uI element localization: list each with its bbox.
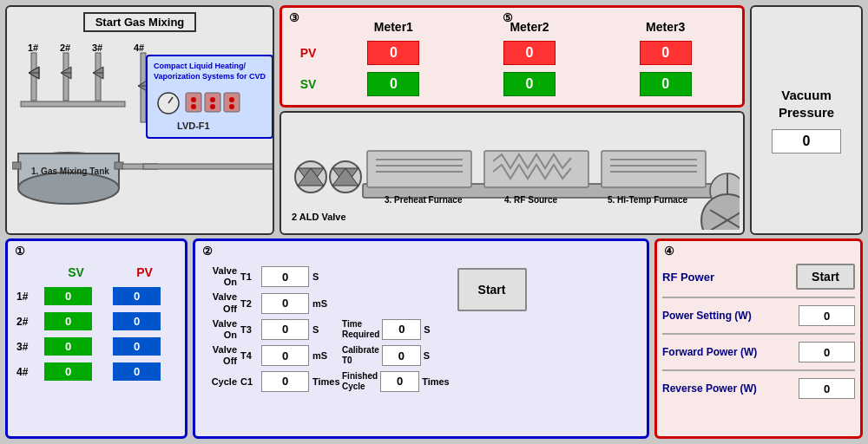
svg-point-38	[229, 104, 234, 109]
vacuum-panel: Vacuum Pressure	[750, 5, 863, 235]
c1-unit: Times	[312, 376, 339, 387]
meter1-header: Meter1	[326, 16, 462, 37]
finished-unit: Times	[422, 376, 450, 387]
timer-panel: ② ValveOn T1 S Start ValveOff T2 mS Valv…	[193, 238, 649, 439]
t3-input[interactable]	[261, 319, 309, 340]
channel-label-2: 2#	[15, 310, 41, 333]
gas-channel-table: SV PV 1# 0 0 2# 0 0 3# 0 0 4# 0 0	[13, 264, 180, 385]
sv-column-header: SV	[43, 265, 109, 283]
meter3-sv[interactable]: 0	[640, 72, 692, 96]
gas-channel-panel: ① SV PV 1# 0 0 2# 0 0 3# 0 0	[5, 238, 187, 439]
finished-label: FinishedCycle	[342, 371, 378, 392]
meters-section-badge2: ⑤	[503, 11, 513, 24]
gas-mixing-title: Start Gas Mixing	[83, 12, 197, 32]
channel-label-1: 1#	[15, 284, 41, 308]
gas-channel-row: 3# 0 0	[15, 335, 178, 358]
gas-channel-row: 2# 0 0	[15, 310, 178, 333]
forward-power-input[interactable]	[799, 342, 855, 362]
svg-rect-17	[12, 162, 21, 169]
meters-section-badge: ③	[289, 11, 299, 24]
reverse-power-label: Reverse Power (W)	[662, 382, 757, 395]
gas-mixing-panel: Start Gas Mixing 1# 2# 3#	[5, 5, 274, 235]
sv-label: SV	[291, 69, 326, 100]
rf-power-label: RF Power	[662, 271, 714, 284]
c1-input[interactable]	[261, 371, 309, 392]
valve-on-label-t1: ValveOn	[201, 265, 237, 288]
rf-start-button[interactable]: Start	[796, 264, 855, 290]
calibrate-input[interactable]	[382, 345, 421, 366]
svg-text:4. RF Source: 4. RF Source	[504, 195, 558, 205]
channel-2-pv[interactable]: 0	[113, 312, 161, 330]
timer-start-button[interactable]: Start	[457, 268, 527, 311]
vacuum-title: Vacuum Pressure	[757, 87, 856, 121]
t3-unit: S	[312, 324, 339, 335]
time-required-input[interactable]	[382, 319, 421, 340]
vacuum-value-input[interactable]	[772, 129, 841, 153]
svg-point-35	[229, 97, 234, 102]
t1-label: T1	[240, 271, 258, 282]
time-required-unit: S	[424, 324, 430, 335]
gas-channel-row: 4# 0 0	[15, 360, 178, 383]
valve-off-label-t4: ValveOff	[201, 344, 237, 367]
t1-unit: S	[312, 271, 339, 282]
channel-1-pv[interactable]: 0	[113, 287, 161, 305]
rf-section-badge: ④	[664, 245, 674, 258]
svg-text:4#: 4#	[134, 42, 144, 53]
gas-mixing-diagram: 1# 2# 3#	[12, 34, 274, 229]
svg-point-34	[210, 97, 215, 102]
svg-text:Vaporization Systems for CVD: Vaporization Systems for CVD	[154, 72, 266, 81]
t1-input[interactable]	[261, 266, 309, 287]
svg-rect-56	[602, 151, 706, 187]
time-required-label: TimeRequired	[342, 319, 379, 340]
meters-table: Meter1 Meter2 Meter3 PV 0 0 0	[291, 16, 733, 100]
meter3-pv[interactable]: 0	[640, 41, 692, 65]
valve-on-label-t3: ValveOn	[201, 318, 237, 341]
furnace-diagram-panel: 2 ALD Valve	[279, 111, 745, 235]
svg-text:LVD-F1: LVD-F1	[177, 121, 210, 131]
meter1-sv[interactable]: 0	[367, 72, 419, 96]
channel-3-sv[interactable]: 0	[44, 337, 92, 356]
meter2-header: Meter2	[462, 16, 598, 37]
valve-off-label-t2: ValveOff	[201, 291, 237, 314]
gas-channel-row: 1# 0 0	[15, 284, 178, 308]
channel-4-sv[interactable]: 0	[44, 362, 92, 381]
pv-column-header: PV	[111, 265, 178, 283]
furnace-diagram: 2 ALD Valve	[285, 116, 740, 230]
channel-label-3: 3#	[15, 335, 41, 358]
t4-label: T4	[240, 350, 258, 361]
calibrate-label: CalibrateT0	[342, 345, 379, 366]
svg-text:5. Hi-Temp Furnace: 5. Hi-Temp Furnace	[608, 195, 687, 205]
svg-text:1#: 1#	[28, 42, 38, 53]
finished-input[interactable]	[380, 371, 419, 392]
svg-text:2#: 2#	[60, 42, 70, 53]
t4-unit: mS	[312, 350, 339, 361]
meter3-header: Meter3	[597, 16, 733, 37]
svg-point-37	[210, 104, 215, 109]
svg-text:1. Gas Mixing Tank: 1. Gas Mixing Tank	[31, 166, 109, 176]
t2-unit: mS	[312, 298, 339, 309]
forward-power-label: Forward Power (W)	[662, 346, 757, 358]
t4-input[interactable]	[261, 345, 309, 366]
t3-label: T3	[240, 324, 258, 335]
svg-point-36	[191, 104, 196, 109]
gas-channel-section-badge: ①	[15, 245, 25, 258]
rf-power-panel: ④ RF Power Start Power Setting (W) Forwa…	[654, 238, 863, 439]
meter1-pv[interactable]: 0	[367, 41, 419, 65]
channel-4-pv[interactable]: 0	[113, 362, 161, 381]
meter2-sv[interactable]: 0	[503, 72, 556, 96]
t2-input[interactable]	[261, 293, 309, 314]
channel-1-sv[interactable]: 0	[44, 287, 92, 305]
meter2-pv[interactable]: 0	[503, 41, 556, 65]
svg-rect-40	[143, 164, 273, 169]
svg-point-16	[18, 173, 119, 204]
calibrate-unit: S	[424, 350, 430, 361]
c1-label: C1	[240, 376, 258, 387]
power-setting-input[interactable]	[799, 305, 855, 326]
power-setting-label: Power Setting (W)	[662, 310, 752, 322]
channel-3-pv[interactable]: 0	[113, 337, 161, 356]
pv-label: PV	[291, 37, 326, 69]
channel-2-sv[interactable]: 0	[44, 312, 92, 330]
cycle-label: Cycle	[201, 376, 237, 387]
reverse-power-input[interactable]	[799, 378, 855, 399]
timer-section-badge: ②	[202, 245, 213, 258]
